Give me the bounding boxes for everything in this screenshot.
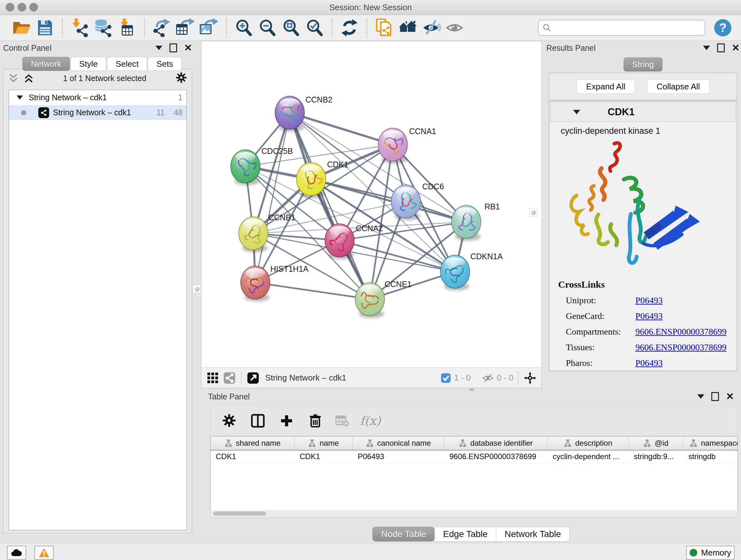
tab-network-table[interactable]: Network Table [496,527,569,542]
network-edge[interactable] [255,283,370,299]
tab-select[interactable]: Select [107,57,147,71]
toolbar-clone-network-button[interactable] [373,17,396,39]
table-cell[interactable]: stringdb:9... [629,450,683,462]
left-splitter-handle[interactable] [193,285,201,293]
warnings-button[interactable] [35,546,54,560]
tree-expander-icon[interactable] [17,96,23,100]
float-panel-icon[interactable] [170,44,177,52]
table-cell[interactable]: cyclin-dependent ... [548,450,629,462]
table-cell[interactable]: P06493 [353,450,444,462]
float-panel-icon[interactable] [717,44,725,52]
tab-node-table[interactable]: Node Table [373,527,434,542]
network-node-cdk1[interactable] [296,163,326,198]
network-options-gear-icon[interactable] [175,71,187,85]
toolbar-import-network-file-button[interactable] [68,17,91,39]
tab-string[interactable]: String [623,57,663,71]
table-options-button[interactable] [220,412,238,430]
toolbar-zoom-in-button[interactable] [232,17,256,39]
network-node-ccne1[interactable] [355,283,385,318]
delete-column-button[interactable] [307,412,324,430]
column-header-description[interactable]: description [548,436,629,450]
table-cell[interactable]: CDK1 [211,450,294,462]
tab-network[interactable]: Network [22,57,70,71]
collapse-all-button[interactable]: Collapse All [647,79,710,94]
column-header-database-identifier[interactable]: database identifier [444,436,548,450]
network-node-rb1[interactable] [452,205,481,241]
network-canvas[interactable]: CCNB2 CCNA1 CDC25B CDK1 CDC6 RB1 CCNB1 C… [201,41,541,367]
network-node-hist1h1a[interactable] [241,266,270,301]
search-box[interactable] [538,20,705,36]
expand-all-icon[interactable] [23,73,34,84]
search-input[interactable] [555,23,701,33]
column-header--id[interactable]: @id [629,436,683,450]
toolbar-home-view-button[interactable] [396,17,420,39]
function-builder-button[interactable]: f(x) [360,414,381,428]
column-header-namespace[interactable]: namespace [683,436,738,450]
collapse-all-icon[interactable] [8,73,19,84]
panel-menu-icon[interactable] [703,46,710,50]
birds-eye-view-button[interactable] [206,371,220,385]
network-node-cdkn1a[interactable] [441,255,470,291]
toolbar-export-table-button[interactable] [174,17,197,39]
crosslink-value-link[interactable]: 9606.ENSP00000378699 [635,342,726,353]
gene-section-header[interactable]: CDK1 [550,103,736,122]
float-panel-icon[interactable] [711,392,719,401]
table-cell[interactable]: 9606.ENSP00000378699 [444,450,548,462]
crosslink-value-link[interactable]: P06493 [635,295,663,306]
toolbar-zoom-selected-button[interactable] [303,17,327,39]
network-node-ccna1[interactable] [378,128,408,164]
close-panel-icon[interactable]: ✕ [732,44,740,51]
toolbar-show-all-button[interactable] [443,17,467,39]
close-panel-icon[interactable]: ✕ [184,44,192,51]
bottom-splitter-handle[interactable] [469,388,474,391]
table-horizontal-scrollbar[interactable] [210,510,738,517]
tab-style[interactable]: Style [71,57,106,71]
section-expander-icon[interactable] [573,110,580,114]
scrollbar-thumb[interactable] [213,511,266,516]
string-tools-button[interactable] [222,371,237,385]
network-node-cdc6[interactable] [391,185,421,220]
toolbar-import-table-button[interactable] [115,17,139,39]
delete-table-button[interactable] [335,412,349,430]
crosslink-value-link[interactable]: 9606.ENSP00000378699 [635,327,726,337]
open-in-browser-button[interactable] [246,371,260,385]
network-edge[interactable] [370,145,393,299]
table-cell[interactable]: CDK1 [294,450,353,462]
toolbar-import-network-database-button[interactable] [91,17,115,39]
tab-edge-table[interactable]: Edge Table [434,527,496,542]
network-edge[interactable] [290,113,393,145]
column-header-canonical-name[interactable]: canonical name [353,436,444,450]
show-columns-button[interactable] [249,412,267,430]
network-collection-row[interactable]: String Network – cdk1 1 [9,90,186,105]
crosslink-value-link[interactable]: P06493 [635,311,663,321]
pan-mode-button[interactable] [523,371,537,385]
table-cell[interactable]: stringdb [683,450,738,462]
table-row[interactable]: CDK1CDK1P064939606.ENSP00000378699cyclin… [211,450,738,463]
expand-all-button[interactable]: Expand All [576,79,635,94]
selected-checkbox-icon[interactable] [441,373,451,383]
help-button[interactable]: ? [714,19,731,37]
toolbar-save-session-button[interactable] [33,17,57,39]
toolbar-export-image-button[interactable] [197,17,221,39]
toolbar-open-session-button[interactable] [10,17,33,39]
network-row[interactable]: String Network – cdk1 11 48 [9,105,186,120]
toolbar-hide-selected-button[interactable] [420,17,443,39]
right-splitter-handle[interactable] [529,208,537,216]
tab-sets[interactable]: Sets [148,57,182,71]
create-column-button[interactable] [278,412,295,430]
hidden-eye-icon[interactable] [482,373,494,383]
panel-menu-icon[interactable] [697,394,704,399]
network-node-ccnb1[interactable] [239,217,268,252]
automation-status-button[interactable] [7,546,26,560]
memory-button[interactable]: Memory [686,546,735,560]
column-header-name[interactable]: name [294,436,353,450]
network-node-ccna2[interactable] [325,224,354,259]
network-node-ccnb2[interactable] [275,96,305,132]
toolbar-refresh-view-button[interactable] [338,17,361,39]
close-panel-icon[interactable]: ✕ [726,393,734,400]
network-node-cdc25b[interactable] [231,150,260,185]
toolbar-zoom-out-button[interactable] [256,17,279,39]
panel-menu-icon[interactable] [155,46,162,50]
toolbar-zoom-fit-button[interactable] [279,17,303,39]
toolbar-export-network-button[interactable] [150,17,174,39]
